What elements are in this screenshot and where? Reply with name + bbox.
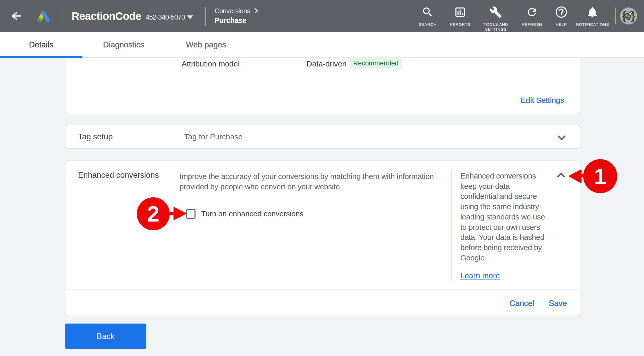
svg-text:}: } <box>631 9 635 22</box>
svg-text:1: 1 <box>594 164 606 189</box>
svg-text:2: 2 <box>147 201 159 226</box>
